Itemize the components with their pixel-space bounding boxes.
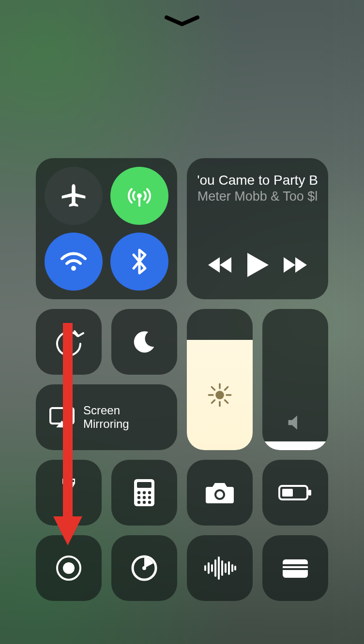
svg-point-14 bbox=[67, 492, 70, 495]
volume-slider[interactable] bbox=[262, 309, 328, 450]
screen-mirroring-label: Screen Mirroring bbox=[83, 404, 129, 430]
voice-memos-button[interactable] bbox=[187, 535, 253, 601]
play-button[interactable] bbox=[245, 252, 270, 278]
calculator-button[interactable] bbox=[111, 460, 177, 526]
svg-line-11 bbox=[225, 400, 228, 403]
record-icon bbox=[55, 555, 82, 582]
low-power-button[interactable] bbox=[262, 460, 328, 526]
camera-button[interactable] bbox=[187, 460, 253, 526]
bluetooth-toggle[interactable] bbox=[110, 233, 168, 291]
svg-line-10 bbox=[212, 387, 214, 390]
volume-icon bbox=[285, 412, 305, 433]
svg-point-2 bbox=[71, 266, 76, 271]
cellular-icon bbox=[124, 180, 155, 211]
screen-record-button[interactable] bbox=[36, 535, 102, 601]
svg-point-19 bbox=[143, 491, 146, 494]
forward-icon bbox=[280, 255, 309, 275]
media-title: 'ou Came to Party B bbox=[197, 173, 318, 188]
screen-mirroring-icon bbox=[49, 407, 75, 427]
calculator-icon bbox=[133, 478, 155, 507]
svg-point-33 bbox=[63, 562, 75, 574]
cellular-data-toggle[interactable] bbox=[110, 167, 168, 225]
svg-rect-30 bbox=[282, 489, 293, 497]
svg-point-18 bbox=[137, 491, 140, 494]
brightness-slider[interactable] bbox=[187, 309, 253, 450]
flashlight-icon bbox=[60, 478, 78, 508]
wallet-button[interactable] bbox=[262, 535, 328, 601]
collapse-handle[interactable] bbox=[163, 15, 201, 29]
wallet-icon bbox=[281, 556, 310, 580]
airplane-icon bbox=[59, 181, 88, 210]
next-track-button[interactable] bbox=[280, 255, 309, 275]
bluetooth-icon bbox=[129, 247, 150, 276]
svg-line-12 bbox=[225, 387, 228, 390]
screen-mirroring-button[interactable]: Screen Mirroring bbox=[36, 384, 177, 450]
connectivity-module[interactable] bbox=[36, 158, 177, 299]
svg-point-35 bbox=[142, 566, 146, 570]
svg-point-22 bbox=[143, 496, 146, 499]
waveform-icon bbox=[203, 556, 237, 580]
svg-point-28 bbox=[216, 491, 223, 498]
svg-point-5 bbox=[215, 391, 224, 399]
wifi-toggle[interactable] bbox=[45, 233, 103, 291]
brightness-icon bbox=[206, 381, 233, 409]
svg-rect-31 bbox=[308, 490, 311, 496]
media-module[interactable]: 'ou Came to Party B Meter Mobb & Too $l bbox=[187, 158, 328, 299]
control-center: 'ou Came to Party B Meter Mobb & Too $l bbox=[36, 158, 328, 601]
do-not-disturb-toggle[interactable] bbox=[111, 309, 177, 375]
timer-icon bbox=[131, 555, 158, 582]
svg-point-25 bbox=[143, 501, 146, 504]
svg-point-24 bbox=[137, 501, 140, 504]
airplane-mode-toggle[interactable] bbox=[45, 167, 103, 225]
rewind-icon bbox=[206, 255, 235, 275]
media-artist: Meter Mobb & Too $l bbox=[197, 189, 318, 204]
play-icon bbox=[245, 252, 270, 278]
svg-point-21 bbox=[137, 496, 140, 499]
svg-rect-17 bbox=[137, 482, 152, 488]
svg-line-13 bbox=[212, 400, 214, 403]
svg-point-26 bbox=[148, 501, 151, 504]
svg-rect-1 bbox=[138, 197, 140, 206]
timer-button[interactable] bbox=[111, 535, 177, 601]
wifi-icon bbox=[58, 246, 89, 277]
flashlight-button[interactable] bbox=[36, 460, 102, 526]
orientation-lock-icon bbox=[53, 326, 84, 357]
orientation-lock-toggle[interactable] bbox=[36, 309, 102, 375]
battery-icon bbox=[278, 484, 312, 501]
camera-icon bbox=[205, 481, 235, 504]
svg-rect-3 bbox=[65, 340, 72, 346]
moon-icon bbox=[131, 329, 157, 355]
svg-point-20 bbox=[148, 491, 151, 494]
svg-rect-15 bbox=[63, 480, 74, 482]
previous-track-button[interactable] bbox=[206, 255, 235, 275]
svg-point-23 bbox=[148, 496, 151, 499]
